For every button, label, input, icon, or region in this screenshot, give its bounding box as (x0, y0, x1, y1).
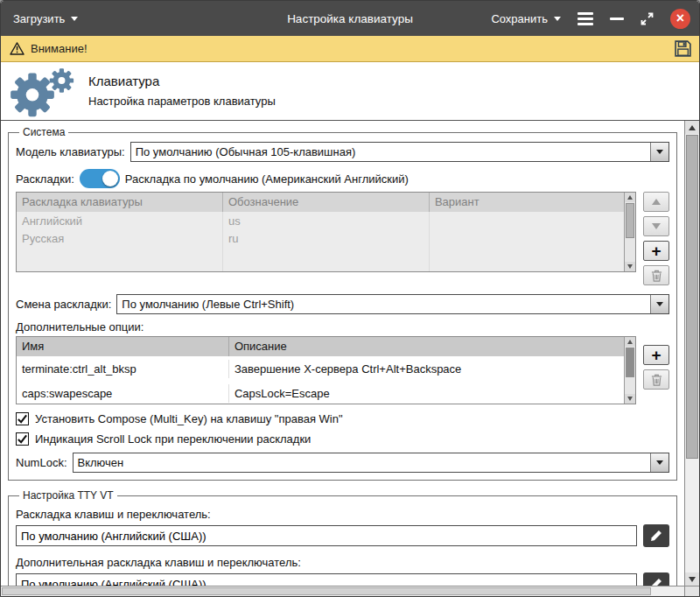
default-layout-toggle-label: Раскладка по умолчанию (Американский Анг… (125, 172, 409, 186)
save-menu-label: Сохранить (491, 12, 548, 25)
settings-scrollpane: Система Модель клавиатуры: По умолчанию … (1, 121, 684, 586)
scroll-up-icon[interactable] (625, 337, 635, 347)
close-icon: × (676, 11, 684, 25)
table-filler-row (17, 247, 624, 271)
save-disk-icon (674, 39, 692, 58)
delete-layout-button[interactable] (643, 265, 669, 285)
chevron-down-icon (554, 17, 561, 21)
move-up-button[interactable] (643, 192, 669, 212)
scroll-down-icon[interactable] (625, 262, 635, 271)
table-cell: Завершение X-сервера Ctrl+Alt+Backspace (229, 360, 624, 378)
tty-keymap-row: По умолчанию (Английский (США)) (16, 524, 669, 547)
scrolllock-checkbox-label: Индикация Scroll Lock при переключении р… (35, 432, 311, 446)
numlock-label: NumLock: (16, 456, 67, 469)
up-arrow-icon (689, 125, 696, 130)
checkmark-icon (17, 413, 28, 425)
dropdown-button[interactable] (650, 143, 668, 161)
column-header: Обозначение (223, 193, 430, 212)
chevron-down-icon (656, 302, 663, 306)
horizontal-scrollbar[interactable] (1, 586, 684, 596)
tty-extra-keymap-field[interactable]: По умолчанию (Английский (США)) (16, 573, 637, 586)
warning-bar: Внимание! (1, 36, 699, 62)
tty-section-legend: Настройка TTY VT (19, 489, 117, 502)
table-cell: us (223, 212, 430, 229)
scrolllock-checkbox-row: Индикация Scroll Lock при переключении р… (16, 432, 669, 446)
save-menu-button[interactable]: Сохранить (491, 12, 561, 25)
table-row[interactable]: caps:swapescape CapsLock=Escape (17, 381, 624, 404)
expand-icon (640, 12, 654, 25)
minimize-button[interactable] (610, 9, 624, 28)
scroll-down-icon[interactable] (625, 394, 635, 404)
dropdown-button[interactable] (650, 453, 668, 472)
trash-icon (651, 270, 662, 282)
numlock-value: Включен (74, 453, 650, 472)
extra-options-scrollbar[interactable] (624, 337, 635, 404)
column-header: Описание (229, 337, 624, 356)
scroll-up-icon[interactable] (625, 193, 635, 202)
load-menu-button[interactable]: Загрузить (13, 12, 78, 25)
close-button[interactable]: × (670, 9, 690, 29)
down-arrow-icon (652, 223, 661, 229)
scrollbar-thumb[interactable] (626, 348, 634, 377)
page-title: Клавиатура (88, 74, 276, 88)
dropdown-button[interactable] (650, 295, 668, 313)
table-cell (430, 212, 624, 229)
minimize-icon (610, 18, 624, 20)
table-row: Русская ru (17, 229, 624, 247)
add-option-button[interactable]: + (643, 345, 669, 365)
edit-extra-keymap-button[interactable] (643, 572, 669, 586)
column-header: Вариант (430, 193, 624, 212)
layouts-table-scrollbar[interactable] (624, 193, 635, 271)
scrolllock-checkbox[interactable] (16, 432, 29, 446)
vertical-scrollbar[interactable] (684, 121, 699, 586)
table-row[interactable]: terminate:ctrl_alt_bksp Завершение X-сер… (17, 356, 624, 381)
scrollbar-thumb[interactable] (626, 203, 634, 238)
extra-options-buttons: + (643, 336, 669, 390)
edit-keymap-button[interactable] (643, 524, 669, 547)
keyboard-settings-window: Загрузить Настройка клавиатуры Сохранить… (0, 0, 700, 597)
keyboard-model-label: Модель клавиатуры: (16, 145, 125, 158)
table-row: Английский us (17, 212, 624, 229)
extra-options-label: Дополнительные опции: (16, 320, 669, 334)
default-layout-toggle[interactable] (80, 169, 120, 188)
scrollbar-thumb[interactable] (2, 587, 651, 595)
move-down-button[interactable] (643, 216, 669, 236)
down-arrow-icon (689, 577, 696, 582)
layout-switch-label: Смена раскладки: (16, 298, 111, 311)
compose-checkbox-label: Установить Compose (Multi_Key) на клавиш… (35, 412, 343, 425)
numlock-select[interactable]: Включен (73, 453, 669, 473)
tty-extra-keymap-label: Дополнительная раскладка клавиш и перекл… (16, 556, 669, 569)
layouts-table-header: Раскладка клавиатуры Обозначение Вариант (17, 193, 624, 212)
layout-switch-select[interactable]: По умолчанию (Левые Ctrl+Shift) (116, 294, 669, 314)
toggle-knob (102, 171, 118, 186)
warning-text: Внимание! (31, 42, 88, 55)
trash-icon (651, 374, 662, 386)
table-cell: ru (223, 229, 430, 247)
extra-options-table: Имя Описание terminate:ctrl_alt_bksp Зав… (16, 336, 636, 404)
tty-keymap-label: Раскладка клавиш и переключатель: (16, 508, 669, 521)
compose-checkbox-row: Установить Compose (Multi_Key) на клавиш… (16, 412, 669, 425)
scrollbar-corner (684, 586, 699, 596)
layouts-label: Раскладки: (16, 172, 74, 186)
tty-keymap-value: По умолчанию (Английский (США)) (21, 530, 206, 543)
load-menu-label: Загрузить (13, 12, 65, 25)
extra-options-table-header: Имя Описание (17, 337, 624, 356)
delete-option-button[interactable] (643, 369, 669, 390)
chevron-down-icon (656, 460, 663, 465)
quick-save-button[interactable] (674, 39, 692, 58)
scrollbar-thumb[interactable] (686, 135, 698, 459)
keyboard-model-select[interactable]: По умолчанию (Обычная 105-клавишная) (130, 142, 669, 162)
add-layout-button[interactable]: + (643, 241, 669, 261)
table-cell: Русская (17, 229, 223, 247)
hamburger-menu-icon[interactable] (578, 12, 593, 25)
scroll-down-button[interactable] (685, 572, 699, 586)
table-cell: CapsLock=Escape (229, 384, 624, 403)
layouts-table-buttons: + (643, 192, 669, 285)
tty-keymap-field[interactable]: По умолчанию (Английский (США)) (16, 525, 637, 546)
scroll-up-button[interactable] (685, 121, 699, 134)
page-subtitle: Настройка параметров клавиатуры (88, 95, 276, 108)
maximize-button[interactable] (640, 12, 654, 25)
titlebar: Загрузить Настройка клавиатуры Сохранить… (1, 1, 699, 36)
compose-checkbox[interactable] (16, 412, 29, 425)
keyboard-model-value: По умолчанию (Обычная 105-клавишная) (131, 143, 650, 161)
